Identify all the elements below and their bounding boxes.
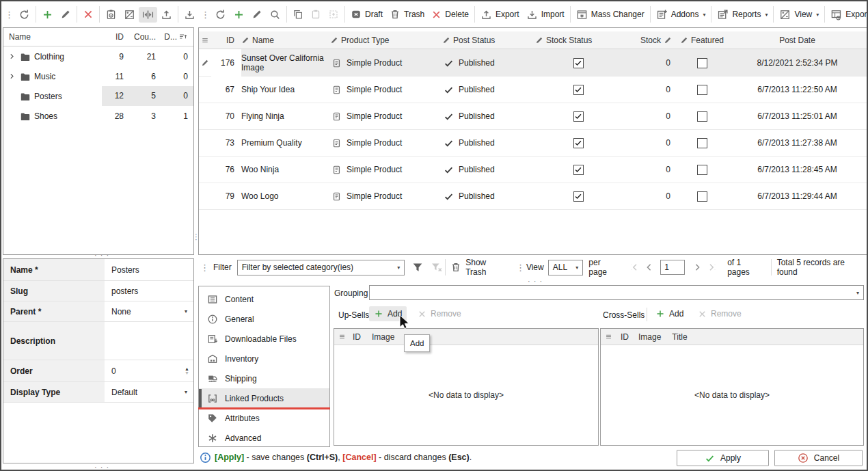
tab-shipping[interactable]: Shipping	[199, 368, 329, 388]
tab-downloadable-files[interactable]: Downloadable Files	[199, 329, 329, 349]
product-row[interactable]: 73 Premium Quality Simple Product Publis…	[199, 130, 867, 157]
page-number-input[interactable]	[660, 260, 685, 275]
col-stock[interactable]: Stock	[621, 36, 676, 45]
col-product-type[interactable]: Product Type	[330, 36, 442, 45]
copy-button[interactable]	[289, 7, 307, 22]
delete-category-button[interactable]	[79, 7, 97, 22]
horizontal-splitter-handle[interactable]: · · ·	[94, 465, 109, 469]
featured-checkbox[interactable]	[697, 165, 707, 175]
name-field[interactable]: Posters	[105, 259, 193, 280]
trash-button[interactable]: Trash	[386, 7, 428, 22]
view-button[interactable]: View▾	[776, 7, 822, 23]
slug-field[interactable]: posters	[105, 281, 193, 301]
tab-inventory[interactable]: Inventory	[199, 349, 329, 368]
filter-bar-grip[interactable]: ⋮	[198, 263, 211, 273]
search-button[interactable]	[266, 7, 284, 23]
upsells-col-id[interactable]: ID	[353, 332, 361, 342]
draft-button[interactable]: Draft	[347, 7, 386, 22]
tree-row-clothing[interactable]: Clothing 9 21 0	[3, 46, 193, 66]
featured-checkbox[interactable]	[697, 191, 707, 202]
export-grid-button[interactable]: Export Grid▾	[827, 7, 868, 23]
grid-menu-icon[interactable]	[605, 333, 612, 340]
cross-sells-col-id[interactable]: ID	[621, 332, 629, 342]
mass-changer-button[interactable]: Mass Changer	[573, 7, 648, 23]
featured-checkbox[interactable]	[697, 58, 707, 68]
paste-button[interactable]	[307, 7, 325, 22]
tree-row-shoes[interactable]: Shoes 28 3 1	[3, 106, 193, 126]
parent-dropdown[interactable]: None▾	[105, 301, 193, 321]
edit-category-button[interactable]	[57, 7, 74, 22]
grouping-dropdown[interactable]: ▾	[369, 285, 864, 300]
tree-col-id[interactable]: ID	[102, 32, 129, 42]
product-row[interactable]: 70 Flying Ninja Simple Product Published…	[199, 103, 867, 130]
spin-down-icon[interactable]: ▼	[185, 371, 189, 375]
last-page-icon[interactable]	[707, 262, 718, 273]
grid-menu-icon[interactable]	[201, 36, 209, 44]
tree-col-d[interactable]: D...	[161, 32, 193, 42]
product-row[interactable]: 67 Ship Your Idea Simple Product Publish…	[199, 77, 867, 103]
product-row-selected[interactable]: 176 Sunset Over California Image Simple …	[199, 49, 867, 77]
cross-sells-col-title[interactable]: Title	[672, 332, 687, 342]
add-category-button[interactable]	[38, 7, 57, 23]
stock-status-checkbox[interactable]	[573, 111, 584, 122]
horizontal-splitter-handle[interactable]: · · ·	[528, 279, 543, 283]
first-page-icon[interactable]	[629, 262, 640, 273]
previous-page-icon[interactable]	[644, 262, 655, 273]
delete-product-button[interactable]: Delete	[428, 8, 472, 22]
tree-row-posters-selected[interactable]: Posters 12 5 0	[3, 86, 193, 106]
tab-content[interactable]: Content	[199, 289, 329, 309]
show-trash-toggle[interactable]: Show Trash	[465, 258, 508, 277]
import-button[interactable]: Import	[523, 7, 568, 23]
tree-row-music[interactable]: Music 11 6 0	[3, 66, 193, 86]
edit-product-button[interactable]	[248, 7, 266, 22]
paging-grip[interactable]: ⋮	[514, 263, 526, 273]
display-type-dropdown[interactable]: Default▾	[105, 382, 193, 402]
product-row[interactable]: 76 Woo Ninja Simple Product Published 0 …	[199, 157, 867, 183]
expand-chevron-icon[interactable]	[7, 53, 16, 60]
featured-checkbox[interactable]	[697, 85, 707, 95]
stock-status-checkbox[interactable]	[573, 165, 584, 175]
apply-button[interactable]: Apply	[677, 450, 769, 466]
stock-status-checkbox[interactable]	[573, 191, 584, 202]
col-post-status[interactable]: Post Status	[442, 36, 535, 45]
upsells-col-image[interactable]: Image	[372, 332, 394, 342]
cross-sells-remove-button[interactable]: Remove	[693, 306, 746, 321]
cross-sells-col-image[interactable]: Image	[638, 332, 661, 342]
horizontal-splitter-handle[interactable]: · · ·	[94, 253, 109, 257]
upsells-remove-button[interactable]: Remove	[413, 306, 466, 321]
featured-checkbox[interactable]	[697, 111, 707, 122]
refresh-categories-button[interactable]	[15, 7, 33, 23]
col-id[interactable]: ID	[211, 36, 241, 45]
stock-status-checkbox[interactable]	[573, 85, 584, 95]
clear-filter-funnel-x-icon[interactable]	[431, 261, 443, 273]
export-button[interactable]: Export	[477, 7, 523, 23]
tab-linked-products[interactable]: Linked Products	[199, 388, 329, 408]
adjust-image-button[interactable]	[120, 7, 139, 23]
split-view-button[interactable]	[139, 7, 157, 23]
refresh-products-button[interactable]	[211, 7, 230, 23]
tab-attributes[interactable]: Attributes	[199, 408, 329, 428]
col-featured[interactable]: Featured	[676, 36, 728, 45]
col-stock-status[interactable]: Stock Status	[535, 36, 621, 45]
tree-col-count[interactable]: Cou...	[129, 32, 161, 42]
apply-filter-funnel-icon[interactable]	[411, 261, 424, 273]
description-field[interactable]	[105, 322, 193, 360]
tab-general[interactable]: General	[199, 309, 329, 329]
toolbar-grip[interactable]: ⋮	[3, 10, 15, 20]
grid-menu-icon[interactable]	[338, 333, 346, 340]
product-row[interactable]: 79 Woo Logo Simple Product Published 0 6…	[199, 183, 867, 210]
order-stepper[interactable]: 0▲▼	[105, 360, 193, 381]
reports-button[interactable]: Reports▾	[714, 7, 771, 23]
stock-status-checkbox[interactable]	[573, 58, 584, 68]
import-categories-button[interactable]	[180, 7, 199, 23]
expand-chevron-icon[interactable]	[7, 72, 16, 80]
stock-status-checkbox[interactable]	[573, 138, 584, 148]
export-categories-button[interactable]	[157, 7, 176, 23]
per-page-dropdown[interactable]: ALL▾	[548, 260, 584, 275]
add-product-button[interactable]	[230, 7, 248, 23]
tab-advanced[interactable]: Advanced	[199, 428, 329, 448]
cancel-button[interactable]: Cancel	[774, 450, 863, 466]
category-filter-dropdown[interactable]: Filter by selected category(ies)▾	[237, 260, 405, 275]
toolbar-grip[interactable]: ⋮	[199, 10, 211, 20]
paste-special-button[interactable]	[325, 7, 342, 22]
